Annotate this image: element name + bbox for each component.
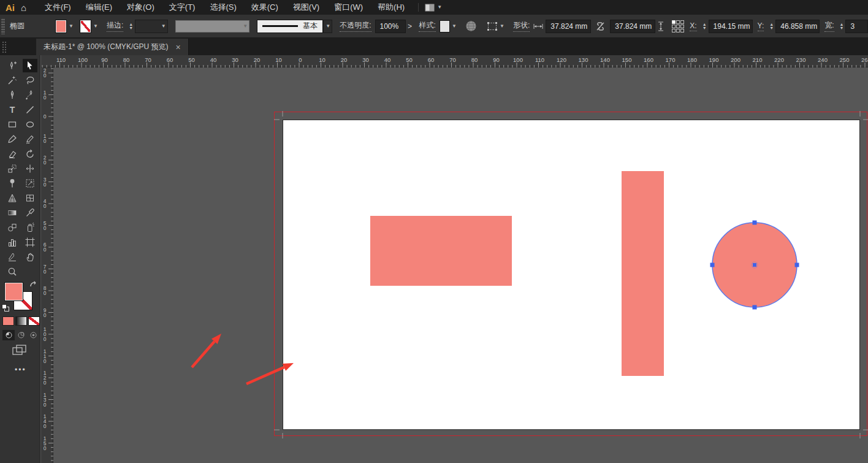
arrange-documents-button[interactable]: ▼ xyxy=(425,4,442,12)
home-icon[interactable]: ⌂ xyxy=(21,2,26,13)
w-label[interactable]: 宽: xyxy=(824,20,834,32)
tab-close-icon[interactable]: × xyxy=(176,43,181,52)
stroke-dropdown-icon[interactable]: ▼ xyxy=(93,23,98,29)
stroke-color-swatch[interactable] xyxy=(80,20,91,33)
h-ruler-label: 150 xyxy=(622,56,632,63)
canvas[interactable] xyxy=(53,67,868,463)
curvature-tool-icon[interactable] xyxy=(23,88,37,102)
menu-item-5[interactable]: 选择(S) xyxy=(202,0,243,15)
x-label[interactable]: X: xyxy=(690,21,696,31)
rotate-tool-icon[interactable] xyxy=(23,147,37,161)
y-field[interactable]: 46.858 mm xyxy=(775,20,820,33)
width-profile-dropdown: ▼ xyxy=(175,20,250,33)
none-button[interactable] xyxy=(28,316,40,326)
pen-plus-tool-icon[interactable] xyxy=(5,59,20,72)
style-label[interactable]: 样式: xyxy=(419,20,435,32)
style-dropdown-icon[interactable]: ▼ xyxy=(452,23,457,29)
draw-inside-mode[interactable] xyxy=(27,330,39,340)
v-ruler-label: 0 xyxy=(44,336,47,342)
w-stepper[interactable]: ▲▼ xyxy=(840,23,844,29)
width-tool-tool-icon[interactable] xyxy=(23,162,37,175)
column-graph-tool-icon[interactable] xyxy=(5,235,20,249)
h-ruler-label: 90 xyxy=(493,56,500,63)
opacity-label[interactable]: 不透明度: xyxy=(340,20,371,32)
eraser-tool-icon[interactable] xyxy=(5,147,20,161)
symbol-sprayer-tool-icon[interactable] xyxy=(23,221,37,234)
artboard-tool-tool-icon[interactable] xyxy=(23,235,37,249)
menu-divider xyxy=(418,3,419,12)
shaper-tool-icon[interactable] xyxy=(23,132,37,146)
menu-item-1[interactable]: 文件(F) xyxy=(37,0,78,15)
horizontal-ruler[interactable]: 1101009080706050403020100102030405060708… xyxy=(41,55,868,67)
salmon-vertical-bar[interactable] xyxy=(622,171,664,376)
recolor-artwork-icon[interactable] xyxy=(465,20,477,32)
fill-indicator[interactable] xyxy=(4,282,23,301)
stroke-weight-stepper[interactable]: ▲▼ xyxy=(129,23,133,29)
menu-item-7[interactable]: 视图(V) xyxy=(286,0,327,15)
menu-item-8[interactable]: 窗口(W) xyxy=(327,0,370,15)
type-tool-icon[interactable]: T xyxy=(5,103,20,117)
free-transform-tool-icon[interactable] xyxy=(23,177,37,190)
menu-item-3[interactable]: 对象(O) xyxy=(120,0,162,15)
salmon-rectangle[interactable] xyxy=(370,216,512,286)
rectangle-tool-icon[interactable] xyxy=(5,118,20,131)
x-field[interactable]: 194.15 mm xyxy=(709,20,753,33)
edit-toolbar-icon[interactable]: ••• xyxy=(15,365,26,374)
stroke-weight-label[interactable]: 描边: xyxy=(107,20,123,32)
w-field[interactable]: 3 xyxy=(845,20,868,33)
constrain-proportions-icon[interactable] xyxy=(596,21,605,31)
lasso-tool-icon[interactable] xyxy=(23,74,37,87)
gradient-tool-icon[interactable] xyxy=(5,206,20,220)
stroke-weight-dropdown[interactable]: ▼ xyxy=(135,20,167,33)
scale-tool-icon[interactable] xyxy=(5,162,20,175)
reference-point-locator[interactable] xyxy=(671,20,685,33)
ai-logo[interactable]: Ai xyxy=(6,2,15,13)
slice-tool-icon[interactable] xyxy=(5,250,20,264)
draw-normal-mode[interactable] xyxy=(2,330,15,340)
menu-item-2[interactable]: 编辑(E) xyxy=(78,0,120,15)
y-stepper[interactable]: ▲▼ xyxy=(769,23,774,29)
align-options-icon[interactable]: ▼ xyxy=(487,21,506,31)
fill-dropdown-icon[interactable]: ▼ xyxy=(69,23,74,29)
hand-tool-icon[interactable] xyxy=(23,250,37,264)
menu-item-6[interactable]: 效果(C) xyxy=(244,0,286,15)
line-segment-tool-icon[interactable] xyxy=(23,103,37,117)
shape-width-field[interactable]: 37.824 mm xyxy=(546,20,591,33)
perspective-grid-tool-icon[interactable] xyxy=(5,191,20,205)
draw-behind-mode[interactable] xyxy=(15,330,27,340)
artboard[interactable] xyxy=(283,120,860,430)
style-swatch[interactable] xyxy=(440,20,450,33)
color-button[interactable] xyxy=(2,316,14,326)
blend-tool-icon[interactable] xyxy=(5,221,20,234)
screen-mode-icon[interactable] xyxy=(12,345,27,357)
fill-color-swatch[interactable] xyxy=(55,20,67,33)
brush-definition-dropdown[interactable]: 基本 xyxy=(257,20,323,33)
ellipse-tool-icon[interactable] xyxy=(23,118,37,131)
menu-item-4[interactable]: 文字(T) xyxy=(162,0,203,15)
mesh-tool-icon[interactable] xyxy=(23,191,37,205)
y-label[interactable]: Y: xyxy=(758,21,764,31)
v-ruler-label: 0 xyxy=(44,225,47,231)
pen-tool-icon[interactable] xyxy=(5,88,20,102)
menu-item-9[interactable]: 帮助(H) xyxy=(370,0,412,15)
x-stepper[interactable]: ▲▼ xyxy=(702,23,707,29)
eyedropper-tool-icon[interactable] xyxy=(23,206,37,220)
document-tab[interactable]: 未标题-1* @ 100% (CMYK/GPU 预览) × xyxy=(36,39,189,55)
h-ruler-label: 30 xyxy=(232,56,238,63)
paintbrush-tool-icon[interactable] xyxy=(5,132,20,146)
panel-grip[interactable] xyxy=(1,18,5,34)
default-fill-stroke-icon[interactable] xyxy=(2,304,9,312)
opacity-more-button[interactable]: > xyxy=(406,20,414,33)
swap-fill-stroke-icon[interactable] xyxy=(29,281,38,289)
gradient-button[interactable] xyxy=(15,316,27,326)
magic-wand-tool-icon[interactable] xyxy=(5,74,20,87)
shape-label[interactable]: 形状: xyxy=(513,20,530,32)
vertical-ruler[interactable]: 2010010203040506070809010011012013014015… xyxy=(41,67,53,463)
selection-tool-icon[interactable] xyxy=(23,59,37,72)
brush-dropdown-icon[interactable]: ▼ xyxy=(323,20,332,33)
tabbar-grip[interactable] xyxy=(2,41,7,53)
shape-height-field[interactable]: 37.824 mm xyxy=(610,20,655,33)
zoom-tool-icon[interactable] xyxy=(5,265,20,278)
opacity-field[interactable]: 100% xyxy=(375,20,406,33)
puppet-warp-tool-icon[interactable] xyxy=(5,177,20,190)
